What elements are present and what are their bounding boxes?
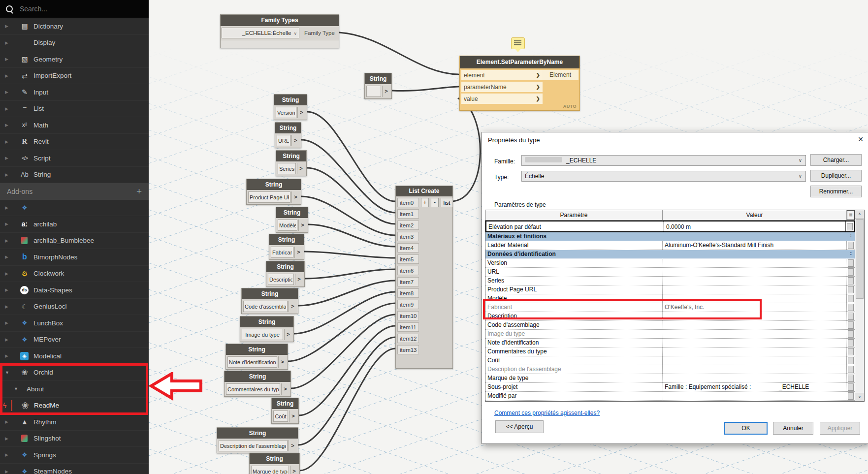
sidebar-item-string[interactable]: ▶ Ab String xyxy=(0,167,149,184)
parameter-value-cell[interactable] xyxy=(663,374,847,382)
parameter-row-code-d-assemblage[interactable]: Code d'assemblage xyxy=(485,321,855,330)
string-node-image-du-type[interactable]: String > xyxy=(240,316,294,342)
wire[interactable] xyxy=(339,32,458,74)
expand-arrow-icon[interactable]: ▼ xyxy=(14,386,26,391)
row-side-button[interactable] xyxy=(848,348,854,355)
output-port[interactable]: > xyxy=(291,191,299,203)
add-input-button[interactable]: + xyxy=(421,198,429,207)
string-value-input[interactable] xyxy=(219,440,288,451)
ok-button[interactable]: OK xyxy=(724,422,768,435)
input-port-item4[interactable]: item4 xyxy=(397,243,419,253)
expand-arrow-icon[interactable]: ▶ xyxy=(5,24,17,29)
expand-arrow-icon[interactable]: ▶ xyxy=(5,156,17,160)
string-value-input[interactable] xyxy=(226,383,280,395)
input-port-item8[interactable]: item8 xyxy=(397,288,419,298)
parameter-value-cell[interactable]: O'Keeffe's, Inc. xyxy=(663,303,847,312)
parameter-row-description[interactable]: Description xyxy=(485,312,855,321)
column-header-parametre[interactable]: Paramètre xyxy=(485,210,663,220)
output-port[interactable]: > xyxy=(284,329,292,340)
parameter-row-co-t[interactable]: Coût xyxy=(485,356,855,365)
wire[interactable] xyxy=(294,292,395,334)
string-value-input[interactable] xyxy=(227,356,277,368)
expand-arrow-icon[interactable]: ▶ xyxy=(5,254,17,259)
parameter-value-cell[interactable] xyxy=(663,285,847,294)
sidebar-item-script[interactable]: ▶ </> Script xyxy=(0,150,149,167)
string-node-series[interactable]: String > xyxy=(276,150,307,176)
parameter-value-cell[interactable] xyxy=(663,392,847,400)
sidebar-item-mepover[interactable]: ▶ ❖ MEPover xyxy=(0,332,149,348)
sidebar-item-archilab-bumblebee[interactable]: ▶ archilab_Bumblebee xyxy=(0,233,149,250)
string-value-input[interactable] xyxy=(276,107,296,118)
string-node-co-t[interactable]: String > xyxy=(271,398,299,424)
string-value-input[interactable] xyxy=(277,135,290,146)
expand-arrow-icon[interactable]: ▶ xyxy=(5,221,17,226)
table-scrollbar[interactable]: ∧ ∨ xyxy=(855,210,864,401)
row-side-button[interactable] xyxy=(848,366,854,373)
sidebar-item-rhythm[interactable]: ▶ ▲ Rhythm xyxy=(0,414,149,431)
appliquer-button[interactable]: Appliquer xyxy=(820,422,860,435)
wire[interactable] xyxy=(305,269,395,279)
parameter-value-cell[interactable] xyxy=(663,339,847,347)
input-port-item12[interactable]: item12 xyxy=(397,334,419,343)
string-node-note-d-identification[interactable]: String > xyxy=(225,344,288,370)
sidebar-item-about[interactable]: ▼ About xyxy=(0,381,149,398)
sidebar-item-geometry[interactable]: ▶ ▧ Geometry xyxy=(0,51,149,68)
row-side-button[interactable] xyxy=(848,277,854,284)
expand-arrow-icon[interactable]: ▶ xyxy=(5,205,17,210)
help-link[interactable]: Comment ces propriétés agissent-elles? xyxy=(494,410,600,416)
input-port-item1[interactable]: item1 xyxy=(397,209,419,219)
string-value-input[interactable] xyxy=(251,466,289,474)
expand-arrow-icon[interactable]: ▶ xyxy=(5,287,17,292)
output-port[interactable]: > xyxy=(289,301,296,312)
sidebar-item-steamnodes[interactable]: ▶ ❖ SteamNodes xyxy=(0,464,149,474)
parameter-value-cell[interactable]: Famille : Equipement spécialisé :_ECHELL… xyxy=(663,383,847,391)
string-node-commentaires-du-type[interactable]: String > xyxy=(224,371,291,397)
add-package-button[interactable]: + xyxy=(136,186,142,197)
output-port[interactable]: > xyxy=(289,411,297,422)
parameter-row-modifi-par[interactable]: Modifié par xyxy=(485,392,855,401)
element-set-parameter-node[interactable]: Element.SetParameterByName element❯ para… xyxy=(459,56,580,111)
string-node-marque-de-type[interactable]: String > xyxy=(249,453,300,474)
input-port-element[interactable]: element❯ xyxy=(461,70,543,80)
parameter-value-cell[interactable] xyxy=(663,365,847,374)
parameter-value-cell[interactable] xyxy=(663,277,847,285)
type-combobox[interactable]: Échelle ∨ xyxy=(521,171,806,182)
row-side-button[interactable] xyxy=(848,339,854,347)
row-side-button[interactable] xyxy=(848,392,854,400)
output-port[interactable]: > xyxy=(294,247,302,258)
collapse-group-icon[interactable]: ˆˆ xyxy=(850,235,852,240)
expand-arrow-icon[interactable]: ▶ xyxy=(5,353,17,358)
string-value-input[interactable] xyxy=(273,411,288,422)
string-node-mod-le[interactable]: String > xyxy=(276,207,308,233)
parameter-row-mat-riaux-et-finitions[interactable]: Matériaux et finitions ˆˆ xyxy=(485,232,855,241)
row-side-button[interactable] xyxy=(847,223,853,230)
row-side-button[interactable] xyxy=(848,357,854,364)
string-node-empty[interactable]: String > xyxy=(364,73,392,99)
string-node-description-de-l-assemblage[interactable]: String > xyxy=(217,427,298,453)
output-port[interactable]: > xyxy=(278,356,286,368)
expand-arrow-icon[interactable]: ▶ xyxy=(5,90,17,95)
wire[interactable] xyxy=(304,252,395,258)
string-node-url[interactable]: String > xyxy=(275,122,301,148)
input-port-value[interactable]: value❯ xyxy=(461,94,543,104)
expand-arrow-icon[interactable]: ▶ xyxy=(5,304,17,309)
parameter-value-cell[interactable] xyxy=(663,321,847,329)
collapse-group-icon[interactable]: ˆˆ xyxy=(850,253,852,257)
sidebar-item-list[interactable]: ▶ ≡ List xyxy=(0,101,149,118)
string-value-input[interactable] xyxy=(278,220,297,231)
string-value-input[interactable] xyxy=(242,329,283,340)
expand-arrow-icon[interactable]: ▶ xyxy=(5,123,17,127)
wire[interactable] xyxy=(298,281,395,306)
sidebar-item-slingshot[interactable]: ▶ Slingshot xyxy=(0,431,149,447)
scrollbar-thumb[interactable] xyxy=(856,219,864,299)
famille-combobox[interactable]: _ECHELLE ∨ xyxy=(521,155,806,166)
output-port[interactable]: > xyxy=(295,274,303,285)
expand-arrow-icon[interactable]: ▶ xyxy=(5,106,17,111)
parameter-row-image-du-type[interactable]: Image du type xyxy=(485,330,855,339)
apercu-button[interactable]: << Aperçu xyxy=(495,420,544,433)
parameter-row-fabricant[interactable]: Fabricant O'Keeffe's, Inc. xyxy=(485,303,855,312)
wire[interactable] xyxy=(453,98,480,201)
expand-arrow-icon[interactable]: ▶ xyxy=(5,238,17,243)
parameter-row-url[interactable]: URL xyxy=(485,268,855,277)
string-value-input[interactable] xyxy=(271,247,293,258)
